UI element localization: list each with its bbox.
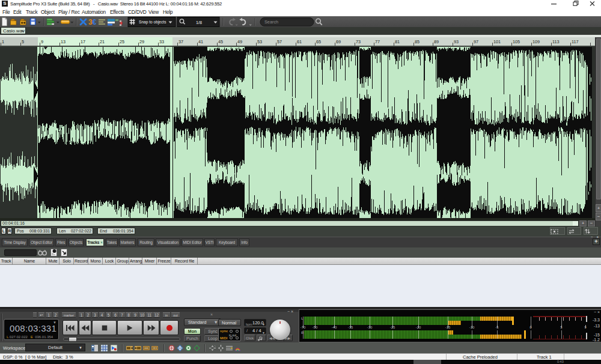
svg-text:Search: Search xyxy=(264,19,278,25)
svg-text:1/8: 1/8 xyxy=(196,20,202,25)
svg-text:Snap to objects: Snap to objects xyxy=(139,20,166,25)
svg-text:€: € xyxy=(93,18,97,26)
